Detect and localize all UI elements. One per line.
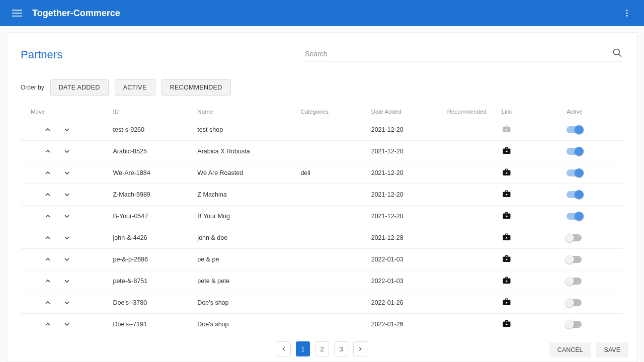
go-to-store-link[interactable] xyxy=(502,189,512,199)
col-date-header: Date Added xyxy=(368,105,444,119)
cell-categories xyxy=(297,184,368,206)
move-up-button[interactable] xyxy=(43,254,53,264)
table-row: Doe's--3780Doe's shop2022-01-26 xyxy=(21,292,623,314)
page-number-button[interactable]: 3 xyxy=(334,341,348,356)
cell-recommended xyxy=(444,314,499,335)
col-name-header: Name xyxy=(194,105,297,119)
active-toggle[interactable] xyxy=(567,278,582,285)
menu-button[interactable] xyxy=(7,3,27,23)
svg-rect-1 xyxy=(12,13,22,14)
cell-name: We Are Roasted xyxy=(194,162,297,184)
cell-name: Arabica X Robusta xyxy=(194,141,297,162)
order-by-row: Order by DATE ADDED ACTIVE RECOMMENDED xyxy=(21,79,623,96)
active-toggle[interactable] xyxy=(567,213,582,220)
cell-recommended xyxy=(444,270,499,292)
move-down-button[interactable] xyxy=(62,190,72,200)
cell-date: 2021-12-20 xyxy=(368,162,444,184)
move-up-button[interactable] xyxy=(43,319,53,329)
cell-name: Z Machina xyxy=(194,184,297,206)
svg-rect-0 xyxy=(12,10,22,11)
svg-point-4 xyxy=(626,13,628,14)
move-down-button[interactable] xyxy=(62,146,72,156)
active-toggle[interactable] xyxy=(567,148,582,155)
col-id-header: ID xyxy=(113,105,194,119)
active-toggle[interactable] xyxy=(567,234,582,241)
cell-date: 2021-12-20 xyxy=(368,206,444,227)
col-move-header: Move xyxy=(21,105,113,119)
cell-name: Doe's shop xyxy=(194,314,297,335)
move-up-button[interactable] xyxy=(43,190,53,200)
svg-point-5 xyxy=(626,15,628,17)
page-prev-button[interactable] xyxy=(277,341,291,356)
move-up-button[interactable] xyxy=(43,276,53,286)
active-toggle[interactable] xyxy=(567,191,582,198)
page-number-button[interactable]: 2 xyxy=(315,341,329,356)
order-date-added-button[interactable]: DATE ADDED xyxy=(50,79,109,96)
cell-categories xyxy=(297,206,368,227)
cell-categories xyxy=(297,314,368,335)
move-up-button[interactable] xyxy=(43,233,53,243)
move-down-button[interactable] xyxy=(62,125,72,135)
page-title: Partners xyxy=(21,48,62,61)
go-to-store-link[interactable] xyxy=(502,297,512,307)
chevron-right-icon xyxy=(357,345,364,352)
cell-categories xyxy=(297,119,368,141)
active-toggle[interactable] xyxy=(567,321,582,328)
app-title: Together-Commerce xyxy=(32,8,120,19)
cell-name: john & doe xyxy=(194,227,297,249)
search-icon[interactable] xyxy=(611,47,623,59)
table-row: We-Are-1884We Are Roasteddeli2021-12-20 xyxy=(21,162,623,184)
active-toggle[interactable] xyxy=(567,169,582,176)
cell-date: 2022-01-03 xyxy=(368,270,444,292)
move-down-button[interactable] xyxy=(62,319,72,329)
cell-recommended xyxy=(444,119,499,141)
active-toggle[interactable] xyxy=(567,256,582,263)
move-up-button[interactable] xyxy=(43,168,53,178)
move-down-button[interactable] xyxy=(62,211,72,221)
cancel-button[interactable]: CANCEL xyxy=(549,342,591,357)
move-up-button[interactable] xyxy=(43,146,53,156)
cell-date: 2022-01-03 xyxy=(368,249,444,270)
active-toggle[interactable] xyxy=(567,126,582,133)
move-down-button[interactable] xyxy=(62,276,72,286)
col-link-header: Link xyxy=(499,105,564,119)
move-down-button[interactable] xyxy=(62,168,72,178)
move-up-button[interactable] xyxy=(43,298,53,308)
chevron-left-icon xyxy=(280,345,287,352)
cell-name: pe & pe xyxy=(194,249,297,270)
col-categories-header: Categories xyxy=(297,105,368,119)
move-down-button[interactable] xyxy=(62,233,72,243)
save-button[interactable]: SAVE xyxy=(596,342,628,357)
go-to-store-link[interactable] xyxy=(502,211,512,221)
order-recommended-button[interactable]: RECOMMENDED xyxy=(162,79,231,96)
search-input[interactable] xyxy=(304,47,623,61)
cell-name: test shop xyxy=(194,119,297,141)
table-row: john-&-4426john & doe2021-12-28 xyxy=(21,227,623,249)
go-to-store-link[interactable] xyxy=(502,254,512,264)
cell-id: pe-&-p-2686 xyxy=(113,249,194,270)
cell-id: john-&-4426 xyxy=(113,227,194,249)
go-to-store-link[interactable] xyxy=(502,232,512,242)
move-up-button[interactable] xyxy=(43,211,53,221)
move-down-button[interactable] xyxy=(62,298,72,308)
cell-date: 2021-12-28 xyxy=(368,227,444,249)
cell-id: Z-Mach-5989 xyxy=(113,184,194,206)
cell-categories xyxy=(297,270,368,292)
go-to-store-link[interactable] xyxy=(502,167,512,177)
search-wrap xyxy=(304,47,623,61)
go-to-store-link[interactable] xyxy=(502,319,512,329)
go-to-store-link[interactable] xyxy=(502,276,512,286)
cell-recommended xyxy=(444,162,499,184)
more-button[interactable] xyxy=(617,3,637,23)
table-row: test-s-9260test shop2021-12-20 xyxy=(21,119,623,141)
table-row: Doe's--7191Doe's shop2022-01-26 xyxy=(21,314,623,335)
go-to-store-link[interactable] xyxy=(502,146,512,156)
table-row: pe-&-p-2686pe & pe2022-01-03 xyxy=(21,249,623,270)
order-active-button[interactable]: ACTIVE xyxy=(115,79,155,96)
page-next-button[interactable] xyxy=(353,341,367,356)
active-toggle[interactable] xyxy=(567,299,582,306)
move-down-button[interactable] xyxy=(62,254,72,264)
page-number-button[interactable]: 1 xyxy=(296,341,310,356)
cell-name: Doe's shop xyxy=(194,292,297,314)
move-up-button[interactable] xyxy=(43,125,53,135)
